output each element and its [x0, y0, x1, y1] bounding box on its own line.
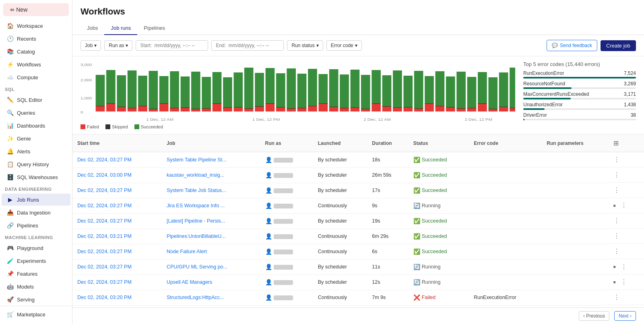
- tab-pipelines[interactable]: Pipelines: [137, 22, 171, 35]
- svg-rect-86: [382, 106, 392, 107]
- sidebar-item-pipelines[interactable]: 🔗 Pipelines: [2, 219, 70, 231]
- svg-rect-95: [414, 108, 423, 109]
- job-link[interactable]: Node Failure Alert: [167, 249, 207, 254]
- more-options-button[interactable]: ⋮: [612, 293, 621, 302]
- create-job-button[interactable]: Create job: [601, 40, 636, 51]
- svg-rect-60: [287, 109, 296, 111]
- stop-button[interactable]: ■: [612, 264, 617, 270]
- col-columns-picker[interactable]: ⊞: [607, 134, 644, 152]
- tab-job-runs[interactable]: Job runs: [104, 22, 137, 35]
- error-code-filter-button[interactable]: Error code ▾: [326, 40, 362, 51]
- more-options-button[interactable]: ⋮: [619, 201, 629, 210]
- sql-editor-icon: ✏️: [6, 97, 14, 103]
- sidebar-item-workflows[interactable]: ⚡ Workflows: [2, 58, 70, 70]
- job-link[interactable]: kaustav_workload_insig...: [167, 172, 224, 178]
- start-time-link[interactable]: Dec 02, 2024, 03:27 PM: [77, 157, 132, 163]
- sidebar-item-recents[interactable]: 🕐 Recents: [2, 33, 70, 45]
- previous-button[interactable]: ‹ Previous: [579, 311, 609, 321]
- col-job[interactable]: Job: [162, 134, 260, 152]
- sidebar-item-queries[interactable]: 🔍 Queries: [2, 107, 70, 119]
- more-options-button[interactable]: ⋮: [612, 216, 621, 225]
- sidebar-item-sql-editor[interactable]: ✏️ SQL Editor: [2, 94, 70, 106]
- sidebar-item-models[interactable]: 🤖 Models: [2, 281, 70, 293]
- sidebar-item-catalog[interactable]: 📚 Catalog: [2, 45, 70, 58]
- col-run-parameters[interactable]: Run parameters: [542, 134, 607, 152]
- job-link[interactable]: Upsell AE Managers: [167, 279, 212, 285]
- job-link[interactable]: Pipelines:UnionBillableU...: [167, 233, 226, 239]
- sidebar-item-dashboards[interactable]: 📊 Dashboards: [2, 120, 70, 132]
- sidebar-item-features[interactable]: 📌 Features: [2, 268, 70, 280]
- job-link[interactable]: StructuredLogs:HttpAcc...: [167, 295, 224, 300]
- svg-rect-33: [191, 109, 200, 111]
- svg-text:2 Dec, 12 PM: 2 Dec, 12 PM: [464, 118, 492, 122]
- sidebar-item-query-history[interactable]: 📋 Query History: [2, 158, 70, 170]
- job-link[interactable]: System Table Job Status...: [167, 188, 226, 193]
- sidebar-item-marketplace[interactable]: 🛒 Marketplace: [2, 308, 70, 320]
- start-time-link[interactable]: Dec 02, 2024, 03:00 PM: [77, 172, 132, 178]
- columns-picker-button[interactable]: ⊞: [612, 138, 620, 149]
- cell-launched: By scheduler: [313, 213, 367, 229]
- col-error-code[interactable]: Error code: [469, 134, 542, 152]
- sidebar-item-playground[interactable]: 🎮 Playground: [2, 242, 70, 254]
- job-link[interactable]: System Table Pipeline St...: [167, 157, 226, 163]
- more-options-button[interactable]: ⋮: [619, 262, 629, 271]
- start-time-link[interactable]: Dec 02, 2024, 03:20 PM: [77, 295, 132, 300]
- new-button[interactable]: + + New: [3, 3, 69, 16]
- bar-chart-svg: 3,000 2,000 1,000 0 1 Dec, 12 AM 1 Dec, …: [80, 61, 515, 122]
- sidebar-item-compute[interactable]: ☁️ Compute: [2, 71, 70, 83]
- sidebar-item-experiments[interactable]: 🧪 Experiments: [2, 255, 70, 267]
- start-time-link[interactable]: Dec 02, 2024, 03:27 PM: [77, 218, 132, 224]
- stop-button[interactable]: ■: [612, 279, 617, 285]
- user-icon: 👤: [265, 218, 272, 224]
- col-start-time[interactable]: Start time: [72, 134, 162, 152]
- end-date-input[interactable]: [211, 40, 284, 51]
- stop-button[interactable]: ■: [612, 202, 617, 208]
- cell-status: ❌ Failed: [409, 290, 469, 305]
- job-link[interactable]: Jira ES Workspace Info ...: [167, 203, 225, 208]
- col-status[interactable]: Status: [409, 134, 469, 152]
- job-link[interactable]: CPU/GPU ML Serving po...: [167, 264, 227, 270]
- start-time-link[interactable]: Dec 02, 2024, 03:27 PM: [77, 279, 132, 285]
- start-time-link[interactable]: Dec 02, 2024, 03:27 PM: [77, 203, 132, 208]
- more-options-button[interactable]: ⋮: [619, 277, 629, 287]
- next-button[interactable]: Next ›: [614, 311, 636, 321]
- col-launched[interactable]: Launched: [313, 134, 367, 152]
- more-options-button[interactable]: ⋮: [612, 247, 621, 256]
- run-as-filter-button[interactable]: Run as ▾: [104, 40, 132, 51]
- more-options-button[interactable]: ⋮: [612, 170, 621, 180]
- svg-rect-122: [510, 108, 515, 108]
- de-section-label: Data Engineering: [0, 184, 72, 193]
- start-time-link[interactable]: Dec 02, 2024, 03:27 PM: [77, 249, 132, 254]
- cell-run-parameters: [542, 213, 607, 229]
- start-time-link[interactable]: Dec 02, 2024, 03:27 PM: [77, 264, 132, 270]
- job-filter-button[interactable]: Job ▾: [80, 40, 101, 51]
- svg-rect-57: [276, 107, 285, 111]
- svg-rect-69: [318, 104, 328, 111]
- run-as-value: [274, 280, 293, 285]
- sidebar-item-sql-warehouses[interactable]: 🗄️ SQL Warehouses: [2, 171, 70, 183]
- sidebar-item-data-ingestion[interactable]: 📥 Data Ingestion: [2, 206, 70, 219]
- run-status-filter-button[interactable]: Run status ▾: [287, 40, 323, 51]
- more-options-button[interactable]: ⋮: [612, 155, 621, 164]
- more-options-button[interactable]: ⋮: [612, 231, 621, 241]
- more-options-button[interactable]: ⋮: [612, 186, 621, 195]
- job-link[interactable]: [Latest] Pipeline - Persis...: [167, 218, 225, 224]
- col-duration[interactable]: Duration: [367, 134, 409, 152]
- sidebar-item-job-runs[interactable]: ▶ Job Runs: [2, 194, 70, 206]
- col-run-as[interactable]: Run as: [260, 134, 313, 152]
- start-time-link[interactable]: Dec 02, 2024, 03:27 PM: [77, 188, 132, 193]
- sidebar-item-alerts[interactable]: 🔔 Alerts: [2, 145, 70, 157]
- sidebar-item-partner-connect[interactable]: 🤝 Partner Connect: [2, 321, 70, 324]
- tabs-row: Jobs Job runs Pipelines: [80, 22, 636, 35]
- status-icon: ✅: [413, 172, 420, 178]
- sidebar-item-serving[interactable]: 🚀 Serving: [2, 293, 70, 305]
- cell-actions: ⋮: [607, 229, 644, 244]
- send-feedback-button[interactable]: 💬 Send feedback: [547, 40, 597, 51]
- tab-jobs[interactable]: Jobs: [80, 22, 104, 35]
- sidebar-item-genie[interactable]: ✨ Genie: [2, 132, 70, 144]
- start-time-link[interactable]: Dec 02, 2024, 03:21 PM: [77, 233, 132, 239]
- svg-rect-98: [425, 103, 434, 104]
- start-date-input[interactable]: [136, 40, 208, 51]
- sidebar-item-workspace[interactable]: 🏠 Workspace: [2, 20, 70, 32]
- svg-rect-67: [318, 74, 328, 103]
